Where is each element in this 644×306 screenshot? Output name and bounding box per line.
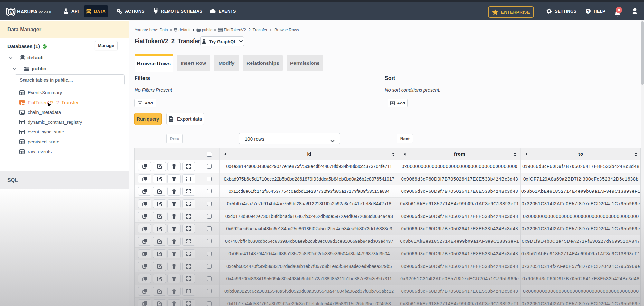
svg-text:λ: λ xyxy=(10,10,12,14)
svg-text:?: ? xyxy=(587,9,589,13)
